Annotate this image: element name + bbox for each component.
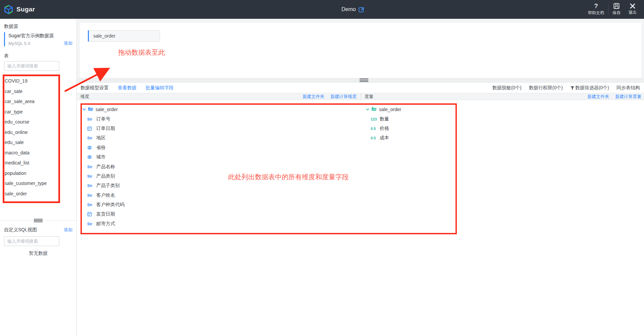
table-item[interactable]: car_type (0, 107, 76, 117)
string-type-icon: Str (87, 117, 95, 121)
datasource-section-label: 数据源 (4, 23, 18, 30)
field-label: 客户种类代码 (96, 202, 124, 208)
table-item[interactable]: population (0, 168, 76, 179)
model-canvas: sale_order (80, 23, 641, 78)
data-filter-label: 数据筛选器(0个) (575, 85, 609, 91)
table-item[interactable]: car_sale (0, 86, 76, 97)
folder-open-icon (371, 107, 377, 112)
field-label: 订单号 (96, 116, 110, 122)
field-label: 客户姓名 (96, 192, 115, 198)
filter-funnel-icon (570, 86, 575, 90)
dimensions-tree: sale_order Str 订单号 订单日期 Str 地区 省份 城市 (77, 105, 359, 229)
date-type-icon (87, 212, 95, 217)
dimension-field-row[interactable]: Str 产品类别 (77, 172, 359, 181)
exit-label: 退出 (629, 10, 637, 15)
dimension-field-row[interactable]: Str 产品子类别 (77, 181, 359, 190)
row-permission-button[interactable]: 数据行权限(0个) (529, 85, 563, 91)
measures-header: 度量 新建文件夹 新建计算度量 (361, 93, 644, 100)
table-chip-label: sale_order (93, 33, 115, 39)
table-item[interactable]: medical_list (0, 158, 76, 168)
new-calc-dimension-link[interactable]: 新建计算维度 (330, 94, 357, 100)
add-datasource-link[interactable]: 添加 (64, 40, 72, 46)
data-masking-button[interactable]: 数据脱敏(0个) (492, 85, 522, 91)
dimension-field-row[interactable]: Str 订单号 (77, 114, 359, 124)
dimension-field-row[interactable]: 省份 (77, 143, 359, 152)
table-item[interactable]: sale_customer_type (0, 178, 76, 189)
dimension-field-row[interactable]: 城市 (77, 152, 359, 162)
tab-data-model-settings[interactable]: 数据模型设置 (80, 85, 109, 91)
dimension-field-row[interactable]: Str 地区 (77, 133, 359, 143)
table-search-input[interactable] (4, 61, 59, 71)
help-doc-label: 帮助文档 (588, 10, 604, 16)
field-label: 价格 (380, 126, 389, 132)
dimension-field-row[interactable]: 发货日期 (77, 209, 359, 219)
chevron-down-icon[interactable] (83, 108, 86, 111)
dimension-field-row[interactable]: Str 客户种类代码 (77, 200, 359, 209)
dimension-field-row[interactable]: Str 客户姓名 (77, 191, 359, 200)
tab-view-data[interactable]: 查看数据 (118, 85, 137, 91)
table-item[interactable]: edu_sale (0, 137, 76, 148)
close-icon (630, 3, 635, 9)
save-button[interactable]: 保存 (608, 3, 625, 16)
field-label: 地区 (96, 135, 106, 141)
field-label: 数量 (380, 116, 389, 122)
table-item[interactable]: edu_online (0, 127, 76, 138)
table-list: COVID_19 car_sale car_sale_area car_type… (0, 76, 76, 199)
sidebar-splitter (0, 221, 76, 221)
table-item[interactable]: COVID_19 (0, 76, 76, 86)
table-item[interactable]: sale_order (0, 189, 76, 199)
chevron-down-icon[interactable] (366, 108, 369, 111)
string-type-icon: Str (87, 136, 95, 140)
measure-field-row[interactable]: 0.5 成本 (361, 133, 528, 143)
field-label: 订单日期 (96, 126, 115, 132)
field-label: 成本 (380, 135, 389, 141)
new-folder-link-dimensions[interactable]: 新建文件夹 (303, 94, 324, 100)
field-label: 省份 (96, 145, 106, 151)
measure-field-row[interactable]: 0.5 价格 (361, 124, 528, 133)
empty-state-text: 暂无数据 (0, 250, 76, 256)
topbar-actions: ? 帮助文档 保存 退出 (584, 0, 641, 19)
edit-icon[interactable] (359, 6, 365, 12)
datasource-item[interactable]: Sugar官方示例数据源 MySQL 5.X 添加 (4, 32, 72, 46)
string-type-icon: Str (87, 174, 95, 178)
question-icon: ? (594, 3, 598, 9)
dimensions-label: 维度 (80, 94, 89, 100)
table-item[interactable]: edu_course (0, 117, 76, 127)
string-type-icon: Str (87, 203, 95, 207)
tables-section-label: 表 (4, 53, 9, 59)
table-item[interactable]: car_sale_area (0, 96, 76, 107)
geo-type-icon (87, 145, 95, 150)
sugar-logo-icon (4, 5, 13, 14)
data-filter-button[interactable]: 数据筛选器(0个) (570, 85, 609, 91)
geo-type-icon (87, 155, 95, 159)
save-icon (613, 3, 620, 9)
dimension-folder-row[interactable]: sale_order (77, 105, 359, 114)
topbar: Sugar Demo ? 帮助文档 保存 退出 (0, 0, 644, 19)
field-label: 发货日期 (96, 211, 115, 217)
tab-batch-edit-fields[interactable]: 批量编辑字段 (146, 85, 174, 91)
report-title: Demo (341, 0, 365, 19)
string-type-icon: Str (87, 184, 95, 188)
dimension-field-row[interactable]: 订单日期 (77, 124, 359, 133)
table-chip-sale-order[interactable]: sale_order (88, 30, 160, 42)
datasource-type: MySQL 5.X (8, 41, 31, 46)
help-doc-button[interactable]: ? 帮助文档 (584, 3, 608, 16)
new-calc-measure-link[interactable]: 新建计算度量 (615, 94, 641, 100)
decimal-type-icon: 0.5 (371, 136, 378, 140)
table-item[interactable]: macro_data (0, 148, 76, 158)
measure-folder-row[interactable]: sale_order (361, 105, 528, 114)
sql-view-search-input[interactable] (4, 236, 59, 246)
new-folder-link-measures[interactable]: 新建文件夹 (587, 94, 609, 100)
add-sql-view-link[interactable]: 添加 (64, 227, 72, 233)
folder-name: sale_order (96, 107, 118, 112)
sync-table-structure-button[interactable]: 同步表结构 (616, 85, 640, 91)
sidebar: 数据源 Sugar官方示例数据源 MySQL 5.X 添加 表 COVID_19… (0, 19, 77, 336)
drag-handle-icon[interactable] (34, 219, 43, 222)
dimension-field-row[interactable]: Str 产品名称 (77, 162, 359, 171)
dimension-field-row[interactable]: Str 邮寄方式 (77, 219, 359, 229)
drag-handle-icon[interactable] (360, 79, 368, 82)
datasource-name: Sugar官方示例数据源 (8, 32, 72, 39)
exit-button[interactable]: 退出 (625, 3, 641, 15)
field-label: 产品名称 (96, 164, 115, 170)
measure-field-row[interactable]: 123 数量 (361, 114, 528, 124)
